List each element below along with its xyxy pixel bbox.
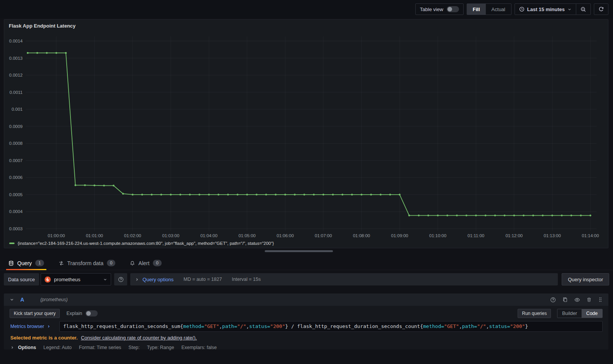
datasource-select[interactable]: prometheus [41,273,111,285]
zoom-out-button[interactable] [576,3,591,15]
help-icon[interactable] [550,297,556,303]
datasource-row: Data source prometheus Query options MD … [4,273,609,286]
interval-text: Interval = 15s [232,277,261,282]
svg-text:0.0013: 0.0013 [9,56,23,61]
query-row-actions [550,297,603,303]
fill-actual-group: Fill Actual [467,3,511,15]
explain-switch[interactable] [85,310,98,316]
metrics-browser-button[interactable]: Metrics browser [10,321,59,332]
drag-handle-icon[interactable] [598,297,603,302]
option-format: Format: Time series [79,345,121,350]
datasource-label: Data source [4,273,39,285]
svg-text:01:11:00: 01:11:00 [467,233,484,238]
run-queries-button[interactable]: Run queries [518,309,551,318]
query-row-header: A (prometheus) [4,293,608,306]
options-toggle[interactable]: Options [10,345,36,350]
tab-transform-data[interactable]: Transform data 0 [56,256,118,270]
warning-text: Selected metric is a counter. [10,335,78,341]
chevron-right-icon [47,325,51,328]
database-icon [8,261,14,266]
explain-control: Explain [66,310,98,316]
svg-text:01:14:00: 01:14:00 [582,233,599,238]
query-toolbar: Kick start your query Explain Run querie… [10,308,603,318]
query-editor-row: A (prometheus) [4,293,608,349]
svg-text:0.0014: 0.0014 [9,39,23,43]
svg-text:0.0008: 0.0008 [9,141,23,146]
duplicate-icon[interactable] [562,297,568,302]
query-datasource-hint: (prometheus) [40,297,67,302]
tab-label: Transform data [67,260,103,266]
svg-text:01:01:00: 01:01:00 [86,233,103,238]
table-view-switch[interactable] [447,6,459,12]
kick-start-query-button[interactable]: Kick start your query [10,309,60,318]
svg-text:0.0009: 0.0009 [9,124,23,129]
svg-text:01:05:00: 01:05:00 [238,233,256,238]
query-field-row: Metrics browser flask_http_request_durat… [10,321,603,332]
series-color-marker [9,243,15,244]
chevron-down-icon [103,277,107,282]
svg-text:01:04:00: 01:04:00 [200,233,218,238]
legend-item[interactable]: {instance="ec2-184-169-216-224.us-west-1… [9,241,274,246]
svg-text:01:13:00: 01:13:00 [544,233,561,238]
question-circle-icon [118,277,124,282]
metrics-browser-label: Metrics browser [10,324,44,329]
svg-text:0.0012: 0.0012 [9,73,23,77]
query-options-label: Query options [143,277,174,282]
datasource-value: prometheus [54,277,80,282]
svg-text:0.0011: 0.0011 [10,90,23,95]
alert-count-badge: 0 [153,260,161,266]
warning-rate-link[interactable]: Consider calculating rate of counter by … [81,335,197,341]
sync-icon [598,7,604,12]
code-button[interactable]: Code [582,309,602,318]
query-options-toggle[interactable]: Query options [135,277,174,282]
collapse-chevron-icon[interactable] [10,297,14,302]
svg-text:01:12:00: 01:12:00 [505,233,523,238]
query-options-bar: Query options MD = auto = 1827 Interval … [130,273,558,285]
grafana-panel-edit: Table view Fill Actual Last 15 minutes [0,0,613,364]
time-controls-group: Last 15 minutes [515,3,591,15]
tab-alert[interactable]: Alert 0 [128,256,164,270]
clock-icon [519,7,524,12]
query-expression-input[interactable]: flask_http_request_duration_seconds_sum{… [59,321,603,332]
builder-button[interactable]: Builder [557,309,582,318]
counter-warning: Selected metric is a counter. Consider c… [10,334,603,341]
query-row-body: Kick start your query Explain Run querie… [4,306,608,355]
bell-icon [130,261,135,266]
max-data-points-text: MD = auto = 1827 [184,277,222,282]
query-inspector-button[interactable]: Query inspector [562,273,609,285]
svg-text:0.0005: 0.0005 [9,192,23,197]
transform-count-badge: 0 [107,260,115,266]
svg-text:01:00:00: 01:00:00 [48,233,65,238]
tab-query[interactable]: Query 1 [6,256,46,270]
query-ref-id: A [20,297,24,303]
table-view-control[interactable]: Table view [415,3,464,15]
editor-tabs: Query 1 Transform data 0 Alert 0 [0,256,613,270]
hide-response-eye-icon[interactable] [574,297,580,303]
table-view-label: Table view [420,7,443,12]
explain-label: Explain [66,311,82,316]
latency-time-series-chart[interactable]: 01:00:0001:01:0001:02:0001:03:0001:04:00… [4,30,609,243]
query-count-badge: 1 [35,260,44,266]
time-range-picker[interactable]: Last 15 minutes [515,3,576,15]
switch-knob [447,7,452,11]
svg-text:01:09:00: 01:09:00 [391,233,408,238]
option-legend: Legend: Auto [43,345,72,350]
trash-icon[interactable] [587,297,592,302]
builder-code-group: Builder Code [557,309,603,318]
refresh-button[interactable] [594,3,608,15]
transform-icon [59,261,64,266]
series-label: {instance="ec2-184-169-216-224.us-west-1… [18,241,274,246]
topbar: Table view Fill Actual Last 15 minutes [0,0,613,18]
svg-text:0.0003: 0.0003 [9,226,23,231]
fill-button[interactable]: Fill [467,4,486,15]
actual-button[interactable]: Actual [486,4,511,15]
time-range-label: Last 15 minutes [527,7,565,12]
pane-resize-handle[interactable] [265,250,333,252]
panel: Flask App Endpoint Latency 01:00:0001:01… [4,19,608,248]
datasource-help-button[interactable] [114,273,127,285]
svg-text:0.0007: 0.0007 [9,158,23,163]
option-exemplars: Exemplars: false [181,345,216,350]
svg-text:01:10:00: 01:10:00 [429,233,446,238]
svg-text:01:07:00: 01:07:00 [315,233,332,238]
search-minus-icon [580,7,586,12]
